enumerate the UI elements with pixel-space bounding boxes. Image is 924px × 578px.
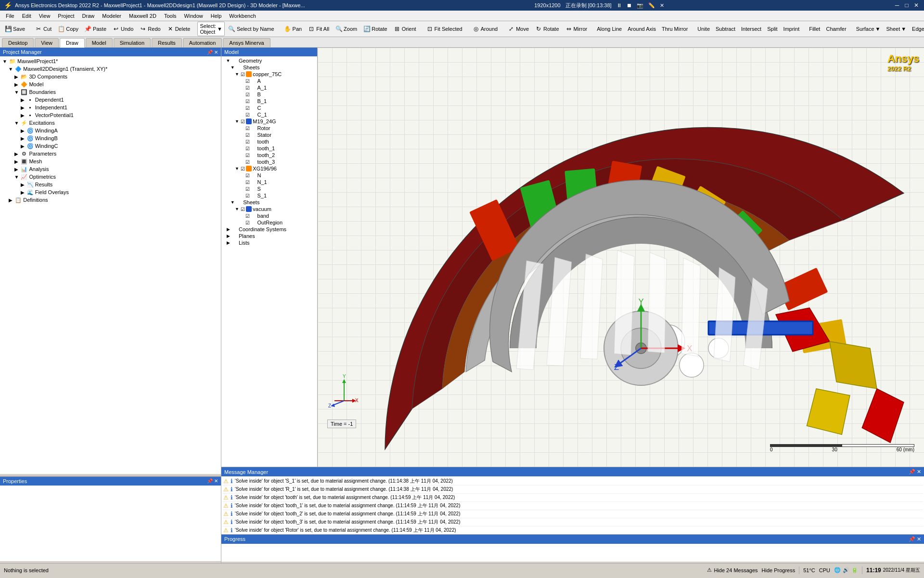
expand-icon[interactable]: ▼ — [233, 72, 241, 77]
model-tree-item-a[interactable]: ☑A — [222, 78, 316, 84]
visibility-checkbox[interactable]: ☑ — [245, 159, 250, 165]
model-tree-item-n[interactable]: ☑N — [222, 172, 316, 179]
pm-tree-item-windingb[interactable]: ▶🌀WindingB — [1, 134, 220, 142]
model-tree-item-sheets[interactable]: ▼Sheets — [222, 64, 316, 71]
model-tree-item-a1[interactable]: ☑A_1 — [222, 84, 316, 91]
model-tree-item-planes[interactable]: ▶Planes — [222, 233, 316, 239]
visibility-checkbox[interactable]: ☑ — [245, 153, 250, 158]
maximize-button[interactable]: □ — [903, 1, 911, 9]
model-tree-item-s[interactable]: ☑S — [222, 185, 316, 192]
expand-icon[interactable]: ▶ — [19, 105, 26, 110]
expand-icon[interactable]: ▶ — [224, 240, 232, 245]
menu-draw[interactable]: Draw — [78, 12, 99, 20]
model-tree-item-c[interactable]: ☑C — [222, 105, 316, 111]
imprint-button[interactable]: Imprint — [781, 25, 802, 33]
visibility-checkbox[interactable]: ☑ — [245, 213, 250, 219]
model-tree-item-geometry[interactable]: ▼Geometry — [222, 57, 316, 64]
visibility-checkbox[interactable]: ☑ — [241, 119, 245, 124]
camera-icon[interactable]: 📷 — [637, 2, 643, 9]
model-tree-item-c1[interactable]: ☑C_1 — [222, 111, 316, 118]
menu-workbench[interactable]: Workbench — [225, 12, 259, 20]
paste-button[interactable]: 📌 Paste — [82, 24, 109, 34]
tab-desktop[interactable]: Desktop — [2, 38, 34, 47]
orient-button[interactable]: ⊞ Orient — [391, 24, 419, 34]
thru-mirror-button[interactable]: Thru Mirror — [659, 25, 690, 33]
pen-icon[interactable]: ✏️ — [648, 2, 655, 9]
model-tree-item-rotor[interactable]: ☑Rotor — [222, 125, 316, 131]
model-tree-item-xg196_96[interactable]: ▼☑XG196/96 — [222, 165, 316, 172]
around-button[interactable]: ◎ Around — [470, 24, 500, 34]
expand-icon[interactable]: ▼ — [233, 166, 241, 171]
pm-tree-item-maxwell2ddesign1[interactable]: ▼🔷Maxwell2DDesign1 (Transient, XY)* — [1, 65, 220, 73]
select-by-name-button[interactable]: 🔍 Select by Name — [226, 24, 277, 34]
visibility-checkbox[interactable]: ☑ — [245, 132, 250, 138]
save-button[interactable]: 💾 Save — [2, 24, 27, 34]
expand-icon[interactable]: ▶ — [224, 227, 232, 232]
expand-icon[interactable]: ▶ — [19, 136, 26, 141]
subtract-button[interactable]: Subtract — [713, 25, 738, 33]
pm-tree-item-3dcomponents[interactable]: ▶📂3D Components — [1, 73, 220, 80]
pm-pin-btn[interactable]: 📌 ✕ — [207, 50, 218, 55]
expand-icon[interactable]: ▶ — [13, 167, 20, 172]
fit-selected-button[interactable]: ⊡ Fit Selected — [424, 24, 465, 34]
redo-button[interactable]: ↪ Redo — [137, 24, 163, 34]
expand-icon[interactable]: ▶ — [19, 128, 26, 133]
model-tree-item-band[interactable]: ☑band — [222, 212, 316, 219]
expand-icon[interactable]: ▼ — [13, 90, 20, 95]
model-tree-item-n1[interactable]: ☑N_1 — [222, 179, 316, 185]
pan-button[interactable]: ✋ Pan — [282, 24, 305, 34]
visibility-checkbox[interactable]: ☑ — [245, 186, 250, 192]
model-tree-content[interactable]: ▼Geometry ▼Sheets ▼☑copper_75C ☑A ☑A_1 ☑… — [221, 56, 317, 465]
visibility-checkbox[interactable]: ☑ — [245, 85, 250, 91]
model-tree-item-vacuum[interactable]: ▼☑vacuum — [222, 206, 316, 212]
tab-model[interactable]: Model — [86, 38, 113, 47]
expand-icon[interactable]: ▼ — [7, 66, 14, 72]
menu-edit[interactable]: Edit — [18, 12, 35, 20]
model-tree-item-tooth2[interactable]: ☑tooth_2 — [222, 152, 316, 158]
expand-icon[interactable]: ▶ — [13, 74, 20, 79]
model-tree-item-lists[interactable]: ▶Lists — [222, 239, 316, 246]
status-messages-btn[interactable]: ⚠ Hide 24 Messages — [707, 567, 757, 573]
tab-draw[interactable]: Draw — [60, 38, 85, 48]
tab-results[interactable]: Results — [152, 38, 182, 47]
move-button[interactable]: ⤢ Move — [505, 24, 531, 34]
expand-icon[interactable]: ▶ — [19, 182, 26, 187]
along-line-button[interactable]: Along Line — [594, 25, 624, 33]
model-tree-item-b[interactable]: ☑B — [222, 91, 316, 98]
tab-automation[interactable]: Automation — [183, 38, 222, 47]
expand-icon[interactable]: ▶ — [224, 234, 232, 238]
visibility-checkbox[interactable]: ☑ — [245, 99, 250, 104]
expand-icon[interactable]: ▼ — [229, 65, 236, 70]
rotate-action-button[interactable]: ↻ Rotate — [532, 24, 561, 34]
zoom-button[interactable]: 🔍 Zoom — [333, 24, 359, 34]
pm-tree-item-vectorpotential1[interactable]: ▶▪VectorPotential1 — [1, 111, 220, 119]
visibility-checkbox[interactable]: ☑ — [245, 126, 250, 131]
menu-maxwell2d[interactable]: Maxwell 2D — [125, 12, 160, 20]
mirror-button[interactable]: ⇔ Mirror — [563, 24, 590, 34]
model-tree-item-tooth1[interactable]: ☑tooth_1 — [222, 145, 316, 152]
expand-icon[interactable]: ▼ — [13, 120, 20, 126]
select-dropdown[interactable]: Select: Object ▼ — [197, 22, 225, 36]
model-tree-item-stator[interactable]: ☑Stator — [222, 131, 316, 138]
visibility-checkbox[interactable]: ☑ — [241, 72, 245, 77]
visibility-checkbox[interactable]: ☑ — [245, 79, 250, 84]
close-recording-icon[interactable]: ✕ — [660, 2, 664, 9]
pm-tree-item-analysis[interactable]: ▶📊Analysis — [1, 165, 220, 173]
mm-content[interactable]: ⚠ℹ'Solve inside' for object 'S_1' is set… — [221, 476, 924, 534]
tab-ansys-minerva[interactable]: Ansys Minerva — [223, 38, 270, 47]
record-icon[interactable]: ⏸ — [616, 2, 622, 8]
menu-window[interactable]: Window — [180, 12, 207, 20]
visibility-checkbox[interactable]: ☑ — [241, 166, 245, 171]
visibility-checkbox[interactable]: ☑ — [245, 193, 250, 198]
expand-icon[interactable]: ▼ — [224, 58, 232, 63]
visibility-checkbox[interactable]: ☑ — [245, 173, 250, 178]
fillet-button[interactable]: Fillet — [807, 25, 822, 33]
expand-icon[interactable]: ▼ — [13, 174, 20, 180]
chamfer-button[interactable]: Chamfer — [823, 25, 848, 33]
fit-all-button[interactable]: ⊡ Fit All — [305, 24, 332, 34]
pm-tree-item-excitations[interactable]: ▼⚡Excitations — [1, 119, 220, 127]
expand-icon[interactable]: ▼ — [233, 207, 241, 211]
copy-button[interactable]: 📋 Copy — [55, 24, 81, 34]
model-tree-item-tooth[interactable]: ☑tooth — [222, 138, 316, 145]
edge-button[interactable]: Edge ▼ — [910, 25, 924, 33]
